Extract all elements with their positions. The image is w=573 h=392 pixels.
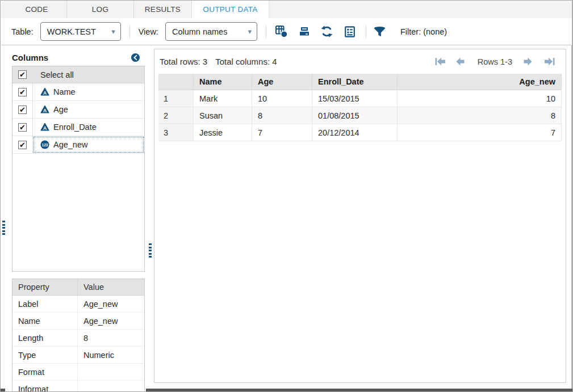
chevron-left-circle-icon[interactable] <box>131 53 140 62</box>
property-row: Name Age_new <box>12 313 144 330</box>
age-cell: 7 <box>252 124 312 141</box>
select-all-checkbox[interactable]: ✔ <box>18 70 27 79</box>
property-header: Property <box>12 279 78 295</box>
tab-results[interactable]: RESULTS <box>134 1 192 18</box>
column-list-item-age-new[interactable]: ✔ 123 Age_new <box>12 136 144 154</box>
enroll-date-cell: 01/08/2015 <box>312 107 398 124</box>
property-value: Age_new <box>78 317 144 326</box>
row-number-cell: 1 <box>158 90 194 107</box>
col-header-age-new[interactable]: Age_new <box>398 74 562 90</box>
column-checkbox[interactable]: ✔ <box>18 88 27 96</box>
select-all-checkbox-cell: ✔ <box>12 66 33 83</box>
toolbar-divider <box>366 26 366 38</box>
filter-button[interactable] <box>373 25 387 39</box>
tab-output-data[interactable]: OUTPUT DATA <box>192 1 269 18</box>
property-name: Length <box>12 330 78 346</box>
column-list-item-name[interactable]: ✔ A Name <box>12 83 144 101</box>
tab-code[interactable]: CODE <box>7 1 67 18</box>
select-all-label[interactable]: Select all <box>33 66 144 83</box>
value-header: Value <box>78 283 144 292</box>
row-number-cell: 3 <box>158 124 194 141</box>
properties-button[interactable] <box>343 25 357 39</box>
age-new-cell: 10 <box>398 90 562 107</box>
column-label: Name <box>53 87 76 96</box>
grid-header-row: Name Age Enroll_Date Age_new <box>158 74 562 90</box>
enroll-date-cell: 20/12/2014 <box>312 124 398 141</box>
filter-funnel-icon <box>373 26 387 38</box>
checkbox-cell: ✔ <box>12 101 33 118</box>
property-value: Numeric <box>78 351 144 360</box>
property-row: Informat <box>12 381 144 392</box>
row-number-header <box>158 74 194 90</box>
tab-log[interactable]: LOG <box>67 1 134 18</box>
table-select-dropdown[interactable]: WORK.TEST ▾ <box>40 22 121 41</box>
name-cell: Jessie <box>194 124 252 141</box>
column-label-cell: A Enroll_Date <box>33 119 144 136</box>
view-select-value: Column names <box>172 27 228 36</box>
column-list-item-age[interactable]: ✔ A Age <box>12 101 144 119</box>
column-label-cell: A Name <box>33 83 144 100</box>
columns-list: ✔ Select all ✔ A Name <box>12 66 145 272</box>
table-row[interactable]: 2 Susan 8 01/08/2015 8 <box>158 107 562 124</box>
property-value: Age_new <box>78 300 144 309</box>
table-row[interactable]: 3 Jessie 7 20/12/2014 7 <box>158 124 562 141</box>
total-columns-text: Total columns: 4 <box>215 57 277 66</box>
col-header-name[interactable]: Name <box>194 74 252 90</box>
col-header-enroll-date[interactable]: Enroll_Date <box>312 74 398 90</box>
panel-splitter-handle[interactable] <box>149 243 152 258</box>
col-header-age[interactable]: Age <box>252 74 312 90</box>
first-page-icon[interactable] <box>434 57 446 66</box>
numeric-type-icon: 123 <box>40 140 49 149</box>
toolbar-divider <box>129 26 130 38</box>
property-row: Format <box>12 364 144 381</box>
filter-status-text: Filter: (none) <box>400 27 447 36</box>
last-page-icon[interactable] <box>543 57 555 66</box>
print-button[interactable] <box>298 25 311 39</box>
name-cell: Susan <box>194 107 252 124</box>
toolbar-divider <box>266 26 266 38</box>
checkbox-cell: ✔ <box>12 136 33 153</box>
table-row[interactable]: 1 Mark 10 15/03/2015 10 <box>158 90 562 107</box>
total-rows-text: Total rows: 3 <box>160 57 207 66</box>
print-icon <box>298 26 311 38</box>
data-view-panel: Total rows: 3 Total columns: 4 Rows 1-3 <box>154 49 566 383</box>
age-cell: 10 <box>252 90 312 107</box>
column-checkbox[interactable]: ✔ <box>18 123 27 132</box>
row-number-cell: 2 <box>158 107 194 124</box>
enroll-date-cell: 15/03/2015 <box>312 90 398 107</box>
next-page-icon[interactable] <box>523 57 535 66</box>
previous-page-icon[interactable] <box>455 57 467 66</box>
select-all-row: ✔ Select all <box>12 66 144 83</box>
property-name: Label <box>12 296 78 312</box>
column-checkbox[interactable]: ✔ <box>18 106 27 114</box>
properties-table: Property Value Label Age_new Name Age_ne… <box>12 279 145 392</box>
table-select-label: Table: <box>11 27 34 36</box>
rows-range-label: Rows 1-3 <box>475 57 515 66</box>
property-row: Label Age_new <box>12 296 144 313</box>
go-to-column-button[interactable] <box>275 25 288 39</box>
checkbox-cell: ✔ <box>12 119 33 136</box>
age-new-cell: 7 <box>398 124 562 141</box>
properties-icon <box>344 26 356 38</box>
toolbar: Table: WORK.TEST ▾ View: Column names ▾ <box>1 18 572 45</box>
property-name: Informat <box>12 381 78 392</box>
refresh-button[interactable] <box>320 25 334 39</box>
svg-text:A: A <box>43 108 47 113</box>
view-select-dropdown[interactable]: Column names ▾ <box>165 22 257 41</box>
column-checkbox[interactable]: ✔ <box>18 141 27 149</box>
property-row: Length 8 <box>12 330 144 347</box>
columns-panel: Columns ✔ Select all ✔ <box>5 45 146 391</box>
column-label-cell: 123 Age_new <box>33 136 144 153</box>
go-to-column-icon <box>275 25 288 38</box>
svg-text:123: 123 <box>41 143 48 147</box>
refresh-icon <box>320 25 333 38</box>
column-list-item-enroll-date[interactable]: ✔ A Enroll_Date <box>12 119 144 136</box>
age-new-cell: 8 <box>398 107 562 124</box>
column-label: Age_new <box>53 140 87 149</box>
name-cell: Mark <box>194 90 252 107</box>
column-label-cell: A Age <box>33 101 144 118</box>
svg-text:A: A <box>43 125 47 131</box>
column-label: Enroll_Date <box>53 123 97 132</box>
property-name: Name <box>12 313 78 329</box>
properties-header-row: Property Value <box>12 279 144 296</box>
